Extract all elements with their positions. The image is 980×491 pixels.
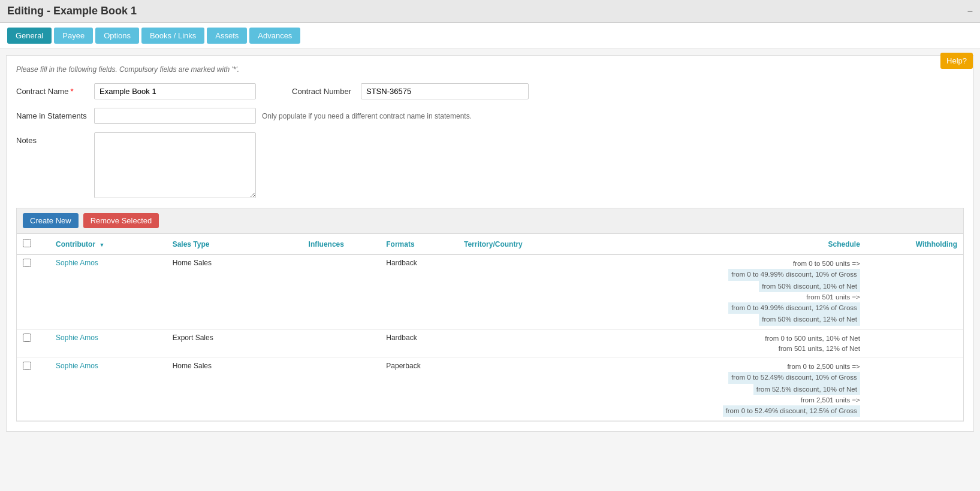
header-formats: Formats: [380, 234, 458, 254]
row-select-checkbox[interactable]: [23, 362, 31, 370]
header-withholding: Withholding: [866, 234, 963, 254]
table-section: Contributor ▼ Sales Type Influences Form…: [16, 234, 964, 422]
table-row: Sophie Amos Home Sales Paperback from 0 …: [17, 358, 963, 421]
row-select-checkbox[interactable]: [23, 334, 31, 342]
contract-name-input[interactable]: [94, 83, 256, 99]
header-influences: Influences: [303, 234, 381, 254]
row-territory: [458, 254, 594, 329]
contributor-link[interactable]: Sophie Amos: [56, 362, 98, 370]
tab-advances[interactable]: Advances: [249, 28, 300, 44]
action-bar: Create New Remove Selected: [16, 208, 964, 234]
header-sales-type: Sales Type: [167, 234, 303, 254]
main-content: Please fill in the following fields. Com…: [6, 55, 974, 432]
row-influences: [303, 358, 381, 421]
tab-general[interactable]: General: [7, 28, 52, 44]
row-checkbox-cell[interactable]: [17, 329, 50, 358]
required-star: *: [70, 87, 73, 96]
row-contributor[interactable]: Sophie Amos: [50, 254, 167, 329]
header-checkbox: [17, 234, 50, 254]
row-influences: [303, 329, 381, 358]
table-row: Sophie Amos Export Sales Hardback from 0…: [17, 329, 963, 358]
remove-selected-button[interactable]: Remove Selected: [83, 213, 159, 228]
row-formats: Hardback: [380, 254, 458, 329]
instruction-text: Please fill in the following fields. Com…: [16, 65, 964, 74]
tab-options[interactable]: Options: [95, 28, 139, 44]
notes-label: Notes: [16, 132, 94, 145]
title-bar: Editing - Example Book 1 –: [0, 0, 980, 23]
row-checkbox-cell[interactable]: [17, 358, 50, 421]
row-territory: [458, 358, 594, 421]
header-schedule: Schedule: [594, 234, 866, 254]
row-schedule: from 0 to 500 units =>from 0 to 49.99% d…: [594, 254, 866, 329]
create-new-button[interactable]: Create New: [23, 213, 79, 228]
row-influences: [303, 254, 381, 329]
row-formats: Hardback: [380, 329, 458, 358]
select-all-checkbox[interactable]: [23, 239, 31, 247]
row-schedule: from 0 to 2,500 units =>from 0 to 52.49%…: [594, 358, 866, 421]
notes-row: Notes: [16, 132, 964, 198]
page-title: Editing - Example Book 1: [7, 5, 137, 17]
help-button[interactable]: Help?: [940, 53, 973, 69]
tab-assets[interactable]: Assets: [207, 28, 247, 44]
header-territory: Territory/Country: [458, 234, 594, 254]
tab-bar: General Payee Options Books / Links Asse…: [0, 23, 980, 49]
row-territory: [458, 329, 594, 358]
row-schedule: from 0 to 500 units, 10% of Netfrom 501 …: [594, 329, 866, 358]
row-withholding: [866, 329, 963, 358]
tab-payee[interactable]: Payee: [54, 28, 93, 44]
contributor-link[interactable]: Sophie Amos: [56, 334, 98, 342]
name-in-statements-label: Name in Statements: [16, 108, 94, 120]
row-contributor[interactable]: Sophie Amos: [50, 358, 167, 421]
royalties-table: Contributor ▼ Sales Type Influences Form…: [17, 234, 963, 421]
row-select-checkbox[interactable]: [23, 259, 31, 267]
name-in-statements-hint: Only populate if you need a different co…: [262, 108, 472, 120]
row-sales-type: Export Sales: [167, 329, 303, 358]
contract-name-label: Contract Name *: [16, 83, 94, 96]
header-contributor[interactable]: Contributor ▼: [50, 234, 167, 254]
row-withholding: [866, 358, 963, 421]
row-sales-type: Home Sales: [167, 254, 303, 329]
row-formats: Paperback: [380, 358, 458, 421]
minimize-icon[interactable]: –: [967, 6, 973, 17]
tab-books-links[interactable]: Books / Links: [141, 28, 204, 44]
name-in-statements-row: Name in Statements Only populate if you …: [16, 108, 964, 124]
contract-name-row: Contract Name * Contract Number: [16, 83, 964, 99]
row-contributor[interactable]: Sophie Amos: [50, 329, 167, 358]
row-withholding: [866, 254, 963, 329]
contract-number-label: Contract Number: [292, 87, 351, 96]
table-row: Sophie Amos Home Sales Hardback from 0 t…: [17, 254, 963, 329]
notes-textarea[interactable]: [94, 132, 256, 198]
contract-number-group: Contract Number: [292, 83, 529, 99]
contract-number-input[interactable]: [361, 83, 529, 99]
sort-icon: ▼: [99, 242, 104, 248]
row-checkbox-cell[interactable]: [17, 254, 50, 329]
form-section: Contract Name * Contract Number Name in …: [16, 83, 964, 198]
name-in-statements-input[interactable]: [94, 108, 256, 124]
row-sales-type: Home Sales: [167, 358, 303, 421]
contributor-link[interactable]: Sophie Amos: [56, 259, 98, 267]
table-header-row: Contributor ▼ Sales Type Influences Form…: [17, 234, 963, 254]
